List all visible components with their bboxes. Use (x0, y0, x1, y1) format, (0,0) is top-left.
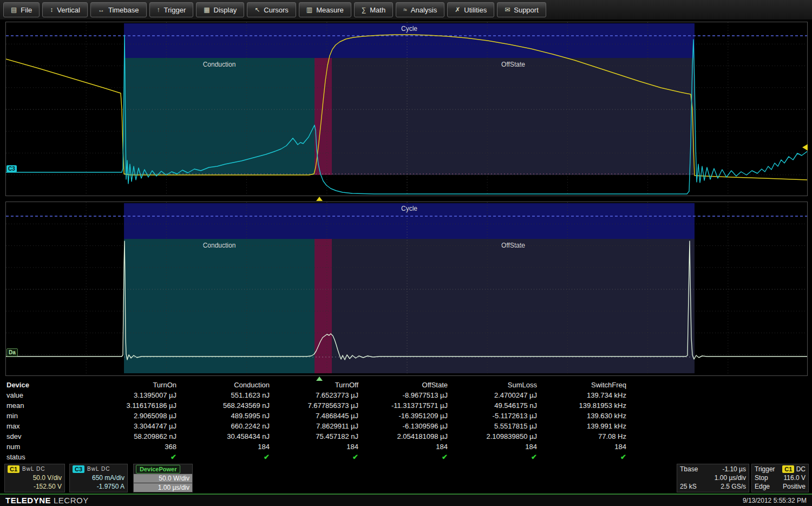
waveform-grid-top[interactable]: Cycle Conduction OffState C3 (5, 22, 808, 196)
menu-trigger-button[interactable]: ↑Trigger (149, 2, 194, 17)
trigger-level-marker[interactable] (802, 144, 808, 151)
measure-value: -8.9677513 µJ (361, 391, 450, 399)
measure-value: 3.116176186 µJ (81, 401, 179, 410)
menu-label: Trigger (164, 6, 186, 14)
measure-value: 139.630 kHz (539, 412, 628, 420)
column-header-conduction: Conduction (179, 381, 272, 389)
row-label: max (0, 422, 81, 430)
table-header-row: DeviceTurnOnConductionTurnOffOffStateSum… (0, 380, 812, 390)
status-bar: TELEDYNELECROY 9/13/2012 5:55:32 PM (0, 494, 812, 506)
measurement-table: DeviceTurnOnConductionTurnOffOffStateSum… (0, 380, 812, 462)
column-header-turnoff: TurnOff (272, 381, 361, 389)
trace-badge-power[interactable]: Da (6, 348, 18, 356)
trigger-type: Edge (755, 482, 770, 491)
measure-row-max: max3.3044747 µJ660.2242 nJ7.8629911 µJ-6… (0, 421, 812, 431)
c1-tag: C1 (8, 465, 19, 473)
row-label: num (0, 443, 81, 451)
c1-coupling: BwL DC (22, 465, 45, 473)
measure-value: 660.2242 nJ (179, 422, 272, 430)
measure-value: 2.109839850 µJ (450, 432, 539, 440)
measure-value: 7.677856373 µJ (272, 401, 361, 410)
timebase-descriptor[interactable]: Tbase -1.10 µs 1.00 µs/div 25 kS 2.5 GS/… (677, 464, 749, 492)
trigger-position-marker-top[interactable] (316, 197, 323, 201)
menu-measure-button[interactable]: ▥Measure (299, 2, 351, 17)
measure-value: 2.9065098 µJ (81, 412, 179, 420)
measure-row-mean: mean3.116176186 µJ568.243569 nJ7.6778563… (0, 400, 812, 411)
measure-value: 139.734 kHz (539, 391, 628, 399)
analysis-icon: ≈ (403, 6, 407, 14)
datetime: 9/13/2012 5:55:32 PM (743, 497, 807, 504)
trace-badge-c3[interactable]: C3 (6, 165, 17, 172)
waveform-grid-bottom[interactable]: Cycle Conduction OffState Da (5, 202, 808, 376)
measure-value: 49.546175 nJ (450, 401, 539, 410)
trigger-label: Trigger (755, 465, 775, 473)
waveform-svg-top (6, 22, 808, 196)
menu-utilities-button[interactable]: ✗Utilities (447, 2, 494, 17)
measure-row-num: num368184184184184184 (0, 442, 812, 452)
trigger-descriptor[interactable]: Trigger C1 DC Stop 116.0 V Edge Positive (751, 464, 809, 492)
menu-vertical-button[interactable]: ↕Vertical (42, 2, 88, 17)
menu-label: Analysis (411, 6, 437, 14)
status-check-icon: ✔ (179, 453, 272, 461)
menu-display-button[interactable]: ▦Display (196, 2, 244, 17)
row-label: min (0, 412, 81, 420)
display-icon: ▦ (204, 6, 209, 14)
column-header-offstate: OffState (361, 381, 450, 389)
menu-math-button[interactable]: ∑Math (354, 2, 393, 17)
measure-value: 184 (450, 443, 539, 451)
trigger-icon: ↑ (157, 6, 160, 14)
measure-value: 5.5517815 µJ (450, 422, 539, 430)
timebase-offset: -1.10 µs (722, 465, 746, 473)
menu-timebase-button[interactable]: ↔Timebase (90, 2, 147, 17)
menu-label: Vertical (57, 6, 80, 14)
menu-label: Support (514, 6, 539, 14)
channel-descriptor-devicepower[interactable]: DevicePower 50.0 W/div 1.00 µs/div (133, 464, 193, 492)
measure-value: 551.1623 nJ (179, 391, 272, 399)
menu-analysis-button[interactable]: ≈Analysis (396, 2, 444, 17)
timebase-icon: ↔ (98, 6, 104, 14)
trigger-slope: Positive (783, 482, 806, 491)
menu-label: File (21, 6, 32, 14)
trigger-level: 116.0 V (784, 473, 806, 482)
vertical-icon: ↕ (50, 6, 53, 14)
measure-value: 568.243569 nJ (179, 401, 272, 410)
measure-row-sdev: sdev58.209862 nJ30.458434 nJ75.457182 nJ… (0, 431, 812, 442)
measure-value: 184 (179, 443, 272, 451)
status-check-icon: ✔ (361, 453, 450, 461)
measure-value: 139.991 kHz (539, 422, 628, 430)
status-check-icon: ✔ (450, 453, 539, 461)
row-label: sdev (0, 432, 81, 440)
menu-cursors-button[interactable]: ↖Cursors (247, 2, 296, 17)
menu-support-button[interactable]: ✉Support (497, 2, 546, 17)
channel-descriptor-c3[interactable]: C3 BwL DC 650 mA/div -1.9750 A (69, 464, 128, 492)
menu-label: Display (214, 6, 237, 14)
timebase-scale: 1.00 µs/div (680, 473, 746, 482)
c3-scale: 650 mA/div (73, 473, 125, 482)
status-check-icon: ✔ (539, 453, 628, 461)
menu-file-button[interactable]: ▤File (3, 2, 40, 17)
column-header-device: Device (0, 381, 81, 389)
menu-label: Measure (316, 6, 344, 14)
brand-lecroy: LECROY (54, 496, 89, 505)
file-icon: ▤ (11, 6, 17, 14)
measure-value: -5.1172613 µJ (450, 412, 539, 420)
status-check-icon: ✔ (272, 453, 361, 461)
math-icon: ∑ (362, 6, 366, 14)
brand-logo: TELEDYNELECROY (5, 496, 89, 505)
measure-row-min: min2.9065098 µJ489.5995 nJ7.4868445 µJ-1… (0, 411, 812, 421)
measure-value: 2.4700247 µJ (450, 391, 539, 399)
measure-value: 489.5995 nJ (179, 412, 272, 420)
column-header-turnon: TurnOn (81, 381, 179, 389)
measure-value: -11.313717571 µJ (361, 401, 450, 410)
trigger-coupling: DC (796, 465, 806, 473)
devicepower-scale: 50.0 W/div (134, 473, 192, 483)
trigger-mode: Stop (755, 473, 768, 482)
measure-value: 184 (539, 443, 628, 451)
measure-value: 7.6523773 µJ (272, 391, 361, 399)
measure-value: 7.8629911 µJ (272, 422, 361, 430)
row-label: status (0, 453, 81, 461)
measure-value: 2.054181098 µJ (361, 432, 450, 440)
timebase-label: Tbase (680, 465, 698, 473)
channel-descriptor-c1[interactable]: C1 BwL DC 50.0 V/div -152.50 V (4, 464, 65, 492)
devicepower-timebase: 1.00 µs/div (134, 483, 192, 492)
